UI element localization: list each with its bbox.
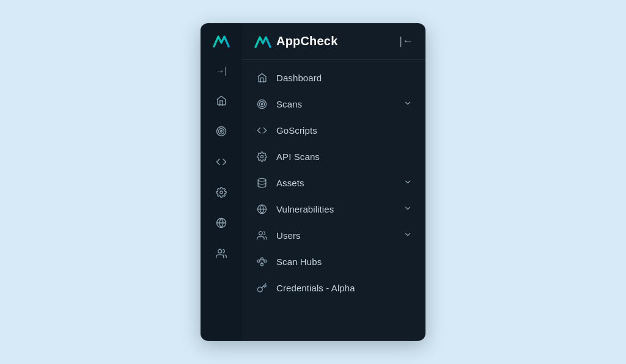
sidebar-full: AppCheck |← Dashboard xyxy=(242,23,425,341)
mini-nav-goscripts[interactable] xyxy=(208,149,234,175)
users-icon xyxy=(216,248,227,259)
goscripts-icon xyxy=(256,125,268,136)
assets-icon xyxy=(256,178,268,188)
svg-point-2 xyxy=(221,131,223,133)
nav-item-scans[interactable]: Scans xyxy=(242,91,425,117)
gear-icon xyxy=(216,187,227,198)
nav-item-credentials[interactable]: Credentials - Alpha xyxy=(242,275,425,301)
nav-label-users: Users xyxy=(276,230,301,241)
mini-nav-scans[interactable] xyxy=(208,118,234,144)
scan-hubs-icon xyxy=(256,257,268,267)
target-icon xyxy=(216,126,227,137)
nav-item-users[interactable]: Users xyxy=(242,222,425,249)
credentials-icon xyxy=(256,283,268,293)
nav-item-api-scans[interactable]: API Scans xyxy=(242,144,425,170)
svg-point-10 xyxy=(260,155,263,158)
svg-point-11 xyxy=(258,178,266,181)
collapse-sidebar-button[interactable]: |← xyxy=(399,35,413,48)
nav-item-vulnerabilities[interactable]: Vulnerabilities xyxy=(242,196,425,222)
svg-point-14 xyxy=(259,231,262,235)
mini-nav-dashboard[interactable] xyxy=(208,88,234,114)
brand-name: AppCheck xyxy=(276,34,338,48)
nav-item-dashboard[interactable]: Dashboard xyxy=(242,65,425,91)
nav-label-dashboard: Dashboard xyxy=(276,73,322,83)
svg-line-19 xyxy=(259,259,260,261)
api-scans-icon xyxy=(256,151,268,162)
nav-label-scans: Scans xyxy=(276,99,302,109)
scans-icon xyxy=(256,99,268,109)
nav-item-scan-hubs[interactable]: Scan Hubs xyxy=(242,249,425,275)
vulnerabilities-chevron-icon xyxy=(403,204,412,214)
nav-label-assets: Assets xyxy=(276,178,304,188)
sidebar-container: →| xyxy=(201,23,425,341)
vulnerabilities-icon xyxy=(256,204,268,214)
mini-nav-users[interactable] xyxy=(208,241,234,266)
nav-users-icon xyxy=(256,230,268,241)
nav-label-api-scans: API Scans xyxy=(276,151,320,162)
mini-nav-vulnerabilities[interactable] xyxy=(208,210,234,236)
mini-nav-api-scans[interactable] xyxy=(208,180,234,205)
nav-label-goscripts: GoScripts xyxy=(276,125,317,136)
home-icon xyxy=(216,95,227,106)
assets-chevron-icon xyxy=(403,178,412,188)
nav-label-vulnerabilities: Vulnerabilities xyxy=(276,204,334,214)
globe-icon xyxy=(216,217,227,228)
svg-line-20 xyxy=(263,259,264,261)
svg-point-8 xyxy=(259,101,265,107)
sidebar-mini: →| xyxy=(201,23,242,341)
svg-point-3 xyxy=(220,191,223,194)
scans-chevron-icon xyxy=(403,99,412,109)
code-icon xyxy=(216,156,227,167)
dashboard-icon xyxy=(256,73,268,83)
nav-item-assets[interactable]: Assets xyxy=(242,170,425,196)
nav-label-scan-hubs: Scan Hubs xyxy=(276,257,322,267)
brand: AppCheck xyxy=(254,34,338,48)
nav-label-credentials: Credentials - Alpha xyxy=(276,283,355,293)
svg-point-9 xyxy=(261,103,263,105)
nav-item-goscripts[interactable]: GoScripts xyxy=(242,117,425,144)
svg-point-1 xyxy=(219,129,224,134)
sidebar-header: AppCheck |← xyxy=(242,23,425,60)
svg-point-7 xyxy=(257,100,266,108)
svg-point-6 xyxy=(218,249,222,253)
expand-sidebar-button[interactable]: →| xyxy=(208,61,234,81)
brand-logo-icon xyxy=(254,35,271,48)
mini-logo-icon xyxy=(213,34,230,48)
users-chevron-icon xyxy=(403,230,412,241)
mini-logo xyxy=(213,34,230,50)
svg-point-0 xyxy=(217,127,226,136)
nav-list: Dashboard Scans xyxy=(242,60,425,341)
